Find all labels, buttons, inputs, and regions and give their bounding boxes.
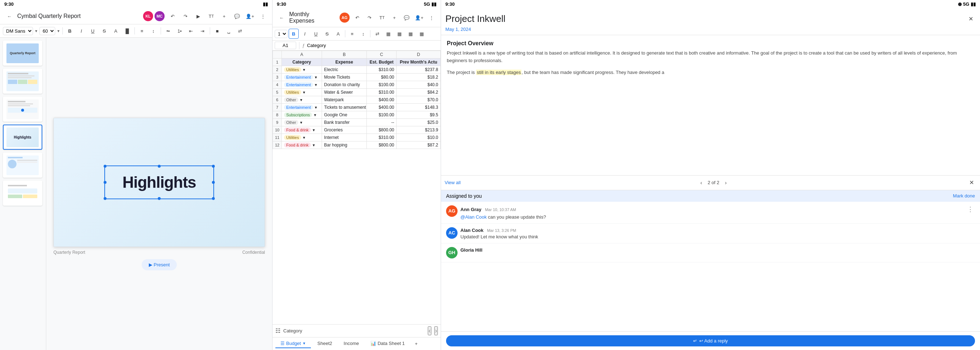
prev-cell-11[interactable]: $10.0 — [396, 134, 441, 141]
slide-text-container[interactable]: Highlights — [104, 166, 214, 199]
sheets-share[interactable]: 👤+ — [415, 13, 424, 22]
cat-cell-8[interactable]: Subscriptions ▼ — [282, 111, 321, 119]
prev-cell-5[interactable]: $84.2 — [396, 89, 441, 96]
slide-thumb-1[interactable]: Quarterly Report — [3, 41, 42, 66]
col-header-budget[interactable]: Est. Budget — [367, 59, 396, 66]
sheets-textsize[interactable]: TT — [377, 13, 387, 22]
underline-button[interactable]: U — [88, 26, 98, 36]
slide-thumb-3[interactable] — [3, 97, 42, 122]
cat-cell-5[interactable]: Utilities ▼ — [282, 89, 321, 96]
sheets-bold[interactable]: B — [289, 29, 299, 39]
add-button[interactable]: + — [219, 11, 229, 21]
line-spacing-button[interactable]: ⇄ — [235, 26, 245, 36]
cat-arrow-6[interactable]: ▼ — [299, 98, 303, 102]
comment-1-more[interactable]: ⋮ — [966, 205, 975, 213]
sheets-align[interactable]: ≡ — [347, 29, 357, 39]
sheets-add[interactable]: + — [390, 13, 399, 22]
bold-button[interactable]: B — [65, 26, 75, 36]
budget-cell-2[interactable]: $310.00 — [367, 66, 396, 74]
prev-cell-7[interactable]: $148.3 — [396, 104, 441, 111]
view-all-close[interactable]: ✕ — [966, 178, 977, 188]
font-select[interactable]: DM Sans — [3, 27, 33, 35]
sheets-wrap[interactable]: ⇄ — [372, 29, 382, 39]
bg-color-button[interactable]: ■ — [212, 26, 222, 36]
list-button[interactable]: •▪ — [163, 26, 173, 36]
expense-cell-7[interactable]: Tickets to amusement park — [321, 104, 366, 111]
col-header-category[interactable]: Category — [282, 59, 321, 66]
back-button[interactable]: ← — [4, 11, 14, 21]
sheets-underline[interactable]: U — [311, 29, 321, 39]
budget-cell-8[interactable]: $100.00 — [367, 111, 396, 119]
expense-cell-11[interactable]: Internet — [321, 134, 366, 141]
prev-cell-9[interactable]: $25.0 — [396, 119, 441, 126]
indent-dec-button[interactable]: ⇤ — [186, 26, 196, 36]
prev-cell-2[interactable]: $237.8 — [396, 66, 441, 74]
tab-sheet2[interactable]: Sheet2 — [312, 339, 337, 348]
handle-rm[interactable] — [212, 181, 215, 184]
cat-arrow-8[interactable]: ▼ — [313, 113, 317, 117]
spreadsheet-container[interactable]: A B C D 1 Category Expense Est. Budget P… — [272, 51, 441, 324]
italic-button[interactable]: I — [76, 26, 86, 36]
cat-cell-3[interactable]: Entertainment ▼ — [282, 74, 321, 81]
tab-budget[interactable]: ☰ Budget ▼ — [275, 339, 311, 348]
handle-br[interactable] — [212, 197, 215, 200]
filter-prev[interactable]: ‹ — [428, 326, 431, 335]
filter-label[interactable]: Category — [283, 328, 302, 334]
redo-button[interactable]: ↷ — [180, 11, 190, 21]
sheets-italic[interactable]: I — [300, 29, 310, 39]
col-header-b[interactable]: B — [321, 51, 366, 59]
add-person-button[interactable]: 👤+ — [245, 11, 255, 21]
tab-income[interactable]: Income — [339, 339, 364, 348]
font-size-select[interactable]: 60 — [40, 27, 55, 35]
handle-bm[interactable] — [158, 197, 161, 200]
expense-cell-4[interactable]: Donation to charity — [321, 81, 366, 89]
prev-cell-3[interactable]: $18.2 — [396, 74, 441, 81]
slide-thumb-5[interactable] — [3, 153, 42, 178]
sheets-more2[interactable]: ▦ — [417, 29, 427, 39]
tab-budget-arrow[interactable]: ▼ — [302, 341, 306, 345]
sheets-comment[interactable]: 💬 — [402, 13, 412, 22]
sheets-more[interactable]: ⋮ — [427, 13, 436, 22]
col-header-c[interactable]: C — [367, 51, 396, 59]
cat-cell-4[interactable]: Entertainment ▼ — [282, 81, 321, 89]
cat-arrow-7[interactable]: ▼ — [314, 105, 318, 109]
budget-cell-11[interactable]: $310.00 — [367, 134, 396, 141]
pag-prev[interactable]: ‹ — [697, 178, 706, 187]
align-button[interactable]: ≡ — [137, 26, 147, 36]
expense-cell-2[interactable]: Electric — [321, 66, 366, 74]
add-reply-button[interactable]: ↵ ↩ Add a reply — [446, 335, 975, 347]
sheets-fontcolor[interactable]: A — [333, 29, 343, 39]
numlist-button[interactable]: 1▪ — [175, 26, 185, 36]
cat-arrow-11[interactable]: ▼ — [302, 136, 306, 140]
play-button[interactable]: ▶ — [193, 11, 203, 21]
cat-arrow-12[interactable]: ▼ — [312, 143, 315, 147]
present-button[interactable]: ▶ Present — [142, 259, 177, 270]
budget-cell-7[interactable]: $400.00 — [367, 104, 396, 111]
cat-arrow-9[interactable]: ▼ — [299, 121, 303, 125]
sheets-merge[interactable]: ▦ — [395, 29, 404, 39]
sheets-borders[interactable]: ▦ — [383, 29, 393, 39]
expense-cell-9[interactable]: Bank transfer — [321, 119, 366, 126]
sheets-redo[interactable]: ↷ — [365, 13, 374, 22]
slide-thumb-6[interactable] — [3, 181, 42, 206]
budget-cell-5[interactable]: $310.00 — [367, 89, 396, 96]
clear-format-button[interactable]: ␣ — [224, 26, 234, 36]
mark-done-button[interactable]: Mark done — [953, 193, 975, 198]
sheets-fontsize[interactable]: 10 — [275, 30, 288, 38]
handle-tm[interactable] — [158, 165, 161, 168]
cat-arrow-2[interactable]: ▼ — [302, 68, 306, 72]
sheets-valign[interactable]: ↕ — [358, 29, 368, 39]
cat-arrow-3[interactable]: ▼ — [314, 75, 318, 79]
prev-cell-8[interactable]: $9.5 — [396, 111, 441, 119]
pag-next[interactable]: › — [721, 178, 730, 187]
sheets-strike[interactable]: S — [322, 29, 332, 39]
cat-cell-12[interactable]: Food & drink ▼ — [282, 141, 321, 149]
cat-cell-7[interactable]: Entertainment ▼ — [282, 104, 321, 111]
add-sheet-button[interactable]: + — [411, 339, 422, 349]
budget-cell-9[interactable]: -- — [367, 119, 396, 126]
valign-button[interactable]: ↕ — [148, 26, 159, 36]
cell-reference[interactable] — [275, 42, 296, 49]
sheets-freeze[interactable]: ▦ — [406, 29, 415, 39]
cat-cell-6[interactable]: Other ▼ — [282, 96, 321, 104]
cat-cell-9[interactable]: Other ▼ — [282, 119, 321, 126]
